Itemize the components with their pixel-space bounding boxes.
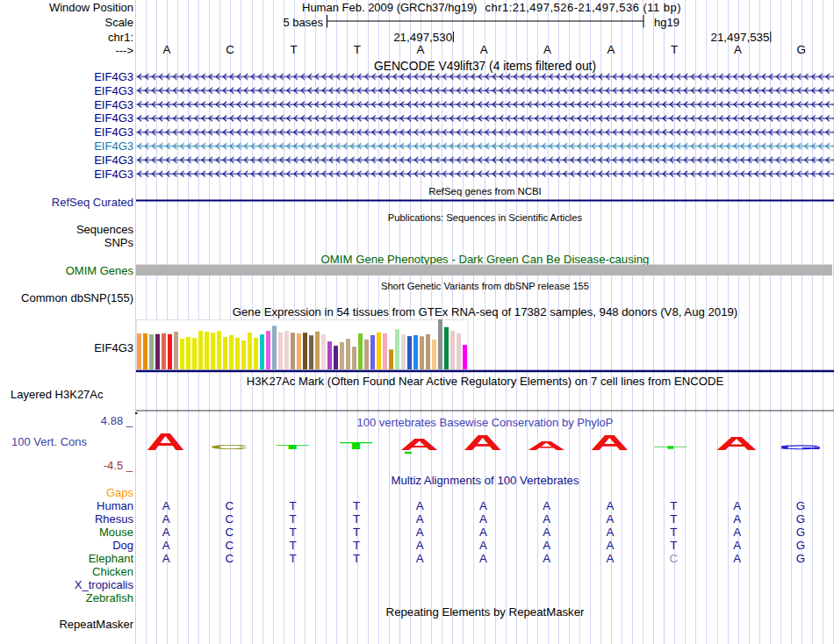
svg-text:A: A: [417, 43, 425, 56]
svg-text:Elephant: Elephant: [89, 552, 134, 565]
svg-text:G: G: [796, 512, 805, 526]
svg-text:T: T: [670, 526, 677, 539]
svg-text:A: A: [162, 526, 170, 539]
svg-text:Gaps: Gaps: [106, 486, 134, 499]
svg-text:EIF4G3: EIF4G3: [94, 140, 133, 153]
svg-text:A: A: [464, 431, 502, 454]
svg-text:A: A: [162, 499, 170, 512]
svg-text:A: A: [479, 552, 487, 565]
svg-text:A: A: [733, 512, 741, 526]
svg-text:A: A: [416, 526, 424, 539]
svg-text:T: T: [670, 512, 677, 526]
svg-text:A: A: [479, 499, 487, 512]
svg-text:A: A: [416, 512, 424, 526]
svg-text:A: A: [607, 539, 615, 552]
svg-text:T: T: [353, 552, 360, 565]
svg-text:T: T: [353, 526, 360, 539]
svg-text:A: A: [146, 429, 184, 455]
svg-text:A: A: [607, 43, 615, 56]
svg-text:T: T: [290, 539, 297, 552]
svg-text:A: A: [733, 526, 741, 539]
svg-text:G: G: [796, 526, 805, 539]
svg-text:A: A: [162, 43, 170, 56]
svg-text:Dog: Dog: [112, 539, 133, 552]
svg-text:chr1:: chr1:: [108, 31, 133, 44]
svg-text:C: C: [226, 539, 234, 552]
svg-text:A: A: [607, 526, 615, 539]
svg-text:T: T: [290, 43, 297, 56]
svg-text:EIF4G3: EIF4G3: [94, 168, 133, 181]
svg-text:EIF4G3: EIF4G3: [94, 341, 133, 354]
svg-text:Rhesus: Rhesus: [95, 512, 134, 526]
svg-text:--->: --->: [115, 44, 133, 57]
svg-text:A: A: [162, 539, 170, 552]
svg-text:X_tropicalis: X_tropicalis: [75, 578, 134, 591]
svg-text:Zebrafish: Zebrafish: [86, 591, 133, 605]
svg-text:Sequences: Sequences: [76, 223, 134, 236]
svg-text:EIF4G3: EIF4G3: [94, 111, 133, 125]
svg-text:Repeating Elements by RepeatMa: Repeating Elements by RepeatMasker: [386, 605, 585, 619]
svg-text:Gene Expression in 54 tissues: Gene Expression in 54 tissues from GTEx …: [233, 305, 737, 318]
svg-text:G: G: [796, 539, 805, 552]
svg-text:C: C: [226, 526, 234, 539]
svg-text:A: A: [416, 499, 424, 512]
svg-text:C: C: [226, 43, 234, 56]
svg-text:T: T: [670, 539, 677, 552]
svg-text:A: A: [733, 499, 741, 512]
svg-text:A: A: [543, 526, 550, 539]
svg-text:A: A: [543, 512, 550, 526]
svg-text:A: A: [607, 512, 615, 526]
svg-text:A: A: [543, 43, 551, 56]
svg-text:Publications: Sequences in Sci: Publications: Sequences in Scientific Ar…: [388, 212, 583, 223]
svg-text:G: G: [796, 552, 805, 565]
svg-text:A: A: [162, 552, 170, 565]
svg-text:OMIM Gene Phenotypes - Dark Gr: OMIM Gene Phenotypes - Dark Green Can Be…: [321, 253, 650, 266]
svg-text:A: A: [734, 43, 742, 56]
svg-text:Scale: Scale: [104, 16, 133, 29]
svg-text:T: T: [290, 552, 297, 565]
svg-text:T: T: [290, 499, 297, 512]
svg-text:A: A: [480, 43, 488, 56]
svg-text:Mouse: Mouse: [99, 526, 133, 539]
svg-text:Human Feb. 2009 (GRCh37/hg19): Human Feb. 2009 (GRCh37/hg19): [302, 1, 477, 14]
svg-text:T: T: [353, 539, 360, 552]
svg-text:21,497,530: 21,497,530: [393, 31, 452, 44]
svg-text:C: C: [226, 499, 234, 512]
svg-text:A: A: [590, 431, 629, 454]
svg-text:A: A: [607, 552, 615, 565]
svg-text:EIF4G3: EIF4G3: [94, 84, 133, 97]
svg-text:100 Vert. Cons: 100 Vert. Cons: [11, 435, 87, 448]
svg-text:G: G: [796, 43, 805, 56]
svg-text:-4.5 _: -4.5 _: [104, 459, 133, 472]
svg-text:SNPs: SNPs: [104, 236, 134, 249]
svg-text:EIF4G3: EIF4G3: [94, 154, 133, 167]
svg-text:C: C: [226, 512, 234, 526]
svg-text:OMIM Genes: OMIM Genes: [66, 264, 134, 277]
svg-text:G: G: [796, 499, 805, 512]
svg-text:Multiz Alignments of 100 Verte: Multiz Alignments of 100 Vertebrates: [391, 474, 579, 487]
svg-text:A: A: [527, 438, 565, 453]
svg-text:A: A: [400, 435, 439, 454]
svg-text:T: T: [670, 499, 677, 512]
svg-text:Human: Human: [97, 499, 133, 512]
svg-text:T: T: [671, 43, 678, 56]
svg-text:T: T: [339, 440, 373, 452]
svg-text:A: A: [479, 539, 487, 552]
svg-text:Short Genetic Variants from db: Short Genetic Variants from dbSNP releas…: [381, 281, 589, 291]
svg-text:100 vertebrates Basewise Conse: 100 vertebrates Basewise Conservation by…: [357, 416, 614, 429]
svg-text:EIF4G3: EIF4G3: [94, 70, 133, 83]
svg-text:EIF4G3: EIF4G3: [94, 125, 133, 139]
svg-text:Layered H3K27Ac: Layered H3K27Ac: [11, 388, 104, 401]
svg-text:5 bases: 5 bases: [283, 16, 323, 29]
svg-text:A: A: [162, 512, 170, 526]
svg-text:T: T: [353, 499, 360, 512]
svg-text:A: A: [479, 512, 487, 526]
svg-text:RefSeq Curated: RefSeq Curated: [52, 196, 133, 209]
svg-text:EIF4G3: EIF4G3: [94, 98, 133, 111]
svg-text:chr1:21,497,526-21,497,536 (11: chr1:21,497,526-21,497,536 (11 bp): [485, 1, 682, 14]
svg-text:4.88 _: 4.88 _: [101, 414, 133, 427]
svg-text:Common dbSNP(155): Common dbSNP(155): [21, 291, 133, 304]
svg-text:A: A: [479, 526, 487, 539]
svg-text:RepeatMasker: RepeatMasker: [59, 618, 133, 631]
svg-text:A: A: [543, 539, 550, 552]
